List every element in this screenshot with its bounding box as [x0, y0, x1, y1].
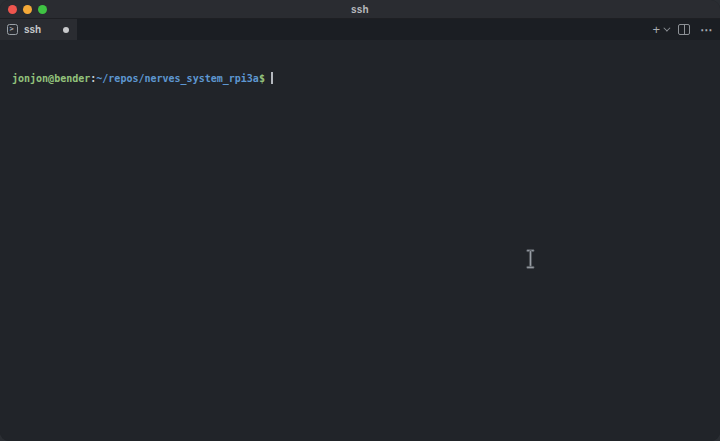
terminal-window: ssh > ssh + ⋯ jonjon@bender:~/repos/nerv… [0, 0, 720, 441]
tab-bar: > ssh + ⋯ [0, 19, 720, 40]
titlebar[interactable]: ssh [0, 0, 720, 19]
prompt-line: jonjon@bender:~/repos/nerves_system_rpi3… [12, 72, 720, 86]
prompt-user-host: jonjon@bender [12, 73, 90, 84]
tab-actions: + ⋯ [652, 19, 713, 40]
terminal-text-cursor [271, 72, 273, 84]
close-button[interactable] [8, 5, 17, 14]
terminal-screen[interactable]: jonjon@bender:~/repos/nerves_system_rpi3… [0, 40, 720, 441]
split-pane-icon [678, 24, 690, 35]
tab-ssh[interactable]: > ssh [0, 19, 77, 40]
traffic-lights [8, 0, 47, 18]
zoom-button[interactable] [38, 5, 47, 14]
terminal-prompt-icon: > [7, 24, 18, 35]
window-title: ssh [351, 4, 369, 15]
tab-label: ssh [24, 24, 41, 35]
activity-dot-icon[interactable] [63, 27, 69, 33]
split-pane-button[interactable] [678, 24, 690, 35]
more-options-button[interactable]: ⋯ [700, 25, 713, 35]
chevron-down-icon [663, 25, 670, 32]
plus-icon: + [652, 25, 660, 35]
minimize-button[interactable] [23, 5, 32, 14]
prompt-path: ~/repos/nerves_system_rpi3a [96, 73, 259, 84]
new-tab-button[interactable]: + [652, 25, 668, 35]
